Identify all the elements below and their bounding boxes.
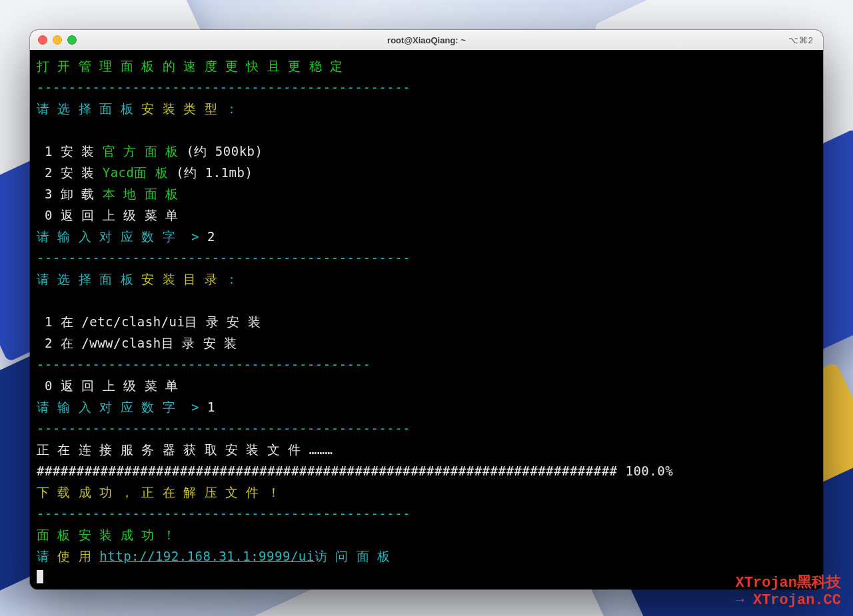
- menu-option-0: 0 返 回 上 级 菜 单: [37, 208, 179, 222]
- panel-url[interactable]: http://192.168.31.1:9999/ui: [99, 549, 314, 563]
- menu-option-3: 3 卸 载 本 地 面 板: [37, 186, 179, 201]
- cursor-icon: [37, 570, 43, 583]
- watermark-line-1: XTrojan黑科技: [736, 575, 841, 592]
- input-prompt-2: 请 输 入 对 应 数 字 >: [37, 400, 207, 414]
- menu-option-1: 1 安 装 官 方 面 板 (约 500kb): [37, 144, 263, 158]
- input-prompt-1: 请 输 入 对 应 数 字 >: [37, 229, 207, 244]
- window-title: root@XiaoQiang: ~: [30, 35, 823, 45]
- status-download-ok: 下 载 成 功 ， 正 在 解 压 文 件 ！: [37, 485, 280, 499]
- terminal-body[interactable]: 打 开 管 理 面 板 的 速 度 更 快 且 更 稳 定 ----------…: [30, 50, 823, 589]
- status-install-ok: 面 板 安 装 成 功 ！: [37, 527, 175, 542]
- headline-text: 打 开 管 理 面 板 的 速 度 更 快 且 更 稳 定: [37, 59, 343, 73]
- menu-option-0: 0 返 回 上 级 菜 单: [37, 378, 179, 393]
- progress-bar: ########################################…: [37, 463, 673, 478]
- divider: ----------------------------------------…: [37, 506, 411, 521]
- watermark-line-2: → XTrojan.CC: [736, 592, 841, 609]
- visit-line: 请 使 用 http://192.168.31.1:9999/ui访 问 面 板: [37, 549, 391, 563]
- status-connecting: 正 在 连 接 服 务 器 获 取 安 装 文 件 ………: [37, 442, 333, 457]
- prompt-install-type: 请 选 择 面 板: [37, 101, 141, 116]
- terminal-window: root@XiaoQiang: ~ ⌥⌘2 打 开 管 理 面 板 的 速 度 …: [30, 30, 823, 589]
- user-input-1: 2: [207, 229, 215, 244]
- prompt-install-dir: 请 选 择 面 板: [37, 272, 141, 286]
- divider: ----------------------------------------…: [37, 421, 411, 436]
- dir-option-2: 2 在 /www/clash目 录 安 装: [37, 336, 237, 350]
- window-shortcut: ⌥⌘2: [788, 35, 814, 45]
- menu-option-2: 2 安 装 Yacd面 板 (约 1.1mb): [37, 165, 253, 180]
- watermark: XTrojan黑科技 → XTrojan.CC: [736, 575, 841, 609]
- divider: ----------------------------------------…: [37, 250, 411, 265]
- dir-option-1: 1 在 /etc/clash/ui目 录 安 装: [37, 314, 261, 329]
- user-input-2: 1: [207, 400, 215, 414]
- divider: ----------------------------------------…: [37, 80, 411, 95]
- window-titlebar[interactable]: root@XiaoQiang: ~ ⌥⌘2: [30, 30, 823, 51]
- divider: ----------------------------------------…: [37, 357, 371, 372]
